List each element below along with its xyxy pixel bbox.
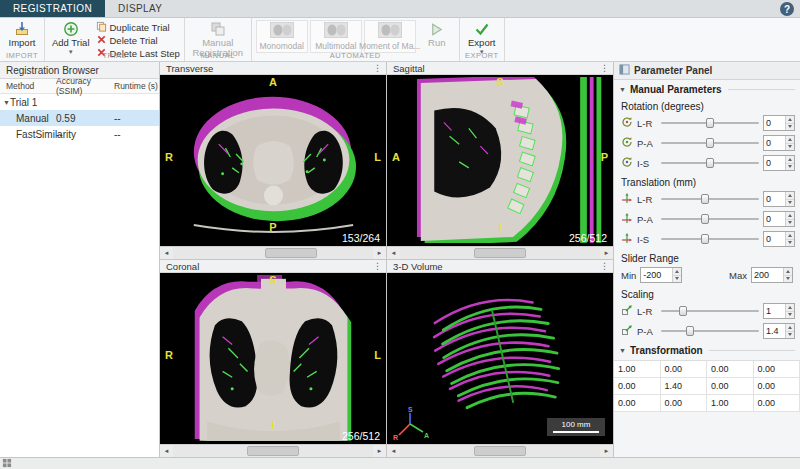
- rotation-is-spinbox[interactable]: [763, 155, 795, 171]
- spin-down-icon[interactable]: [786, 199, 794, 207]
- tab-display[interactable]: DISPLAY: [105, 0, 175, 17]
- sagittal-slice-scrollbar[interactable]: ◄ ►: [387, 246, 613, 259]
- manual-parameters-section[interactable]: ▼ Manual Parameters: [614, 80, 800, 97]
- spinner-arrows[interactable]: [785, 116, 794, 130]
- multimodal-button[interactable]: Multimodal: [310, 20, 362, 53]
- spin-down-icon[interactable]: [786, 163, 794, 171]
- browser-row-manual[interactable]: Manual 0.59 --: [0, 110, 159, 126]
- duplicate-trial-button[interactable]: Duplicate Trial: [96, 21, 180, 33]
- layout-grid-icon[interactable]: [2, 458, 12, 469]
- volume-scrollbar[interactable]: ◄ ►: [387, 444, 613, 457]
- chevron-down-icon[interactable]: ▼: [619, 347, 626, 354]
- spinner-arrows[interactable]: [783, 268, 792, 282]
- scroll-right-icon[interactable]: ►: [600, 445, 613, 457]
- scroll-right-icon[interactable]: ►: [373, 445, 386, 457]
- slider-thumb[interactable]: [706, 138, 714, 148]
- spinner-arrows[interactable]: [785, 304, 794, 318]
- monomodal-button[interactable]: Monomodal: [256, 20, 308, 53]
- transverse-image[interactable]: A R L P 153/264: [160, 75, 386, 246]
- spin-down-icon[interactable]: [786, 143, 794, 151]
- spin-down-icon[interactable]: [673, 275, 681, 283]
- sagittal-header[interactable]: Sagittal ⋮: [387, 62, 613, 75]
- scrollbar-thumb[interactable]: [474, 248, 526, 258]
- scroll-left-icon[interactable]: ◄: [160, 445, 173, 457]
- scrollbar-thumb[interactable]: [265, 248, 317, 258]
- translation-lr-spinbox[interactable]: [763, 191, 795, 207]
- chevron-down-icon[interactable]: ▼: [619, 86, 626, 93]
- scroll-right-icon[interactable]: ►: [373, 247, 386, 259]
- slider-thumb[interactable]: [706, 158, 714, 168]
- import-button[interactable]: Import: [4, 20, 40, 49]
- scaling-pa-value[interactable]: [764, 324, 785, 338]
- translation-is-slider[interactable]: [661, 233, 759, 245]
- browser-row-fastsimilarity[interactable]: FastSimilarity -- --: [0, 126, 159, 142]
- translation-pa-slider[interactable]: [661, 213, 759, 225]
- translation-is-value[interactable]: [764, 232, 785, 246]
- spinner-arrows[interactable]: [785, 192, 794, 206]
- slider-thumb[interactable]: [679, 306, 687, 316]
- scaling-pa-slider[interactable]: [661, 325, 759, 337]
- rotation-is-value[interactable]: [764, 156, 785, 170]
- translation-pa-spinbox[interactable]: [763, 211, 795, 227]
- coronal-image[interactable]: S R L I 256/512: [160, 273, 386, 444]
- scaling-pa-spinbox[interactable]: [763, 323, 795, 339]
- rotation-pa-value[interactable]: [764, 136, 785, 150]
- scaling-lr-slider[interactable]: [661, 305, 759, 317]
- rotation-pa-spinbox[interactable]: [763, 135, 795, 151]
- collapse-icon[interactable]: ▼: [0, 99, 10, 106]
- slider-thumb[interactable]: [701, 194, 709, 204]
- help-button[interactable]: ?: [780, 2, 794, 16]
- scrollbar-track[interactable]: [400, 445, 600, 457]
- moment-of-mass-button[interactable]: Moment of Ma...: [364, 20, 416, 53]
- scrollbar-track[interactable]: [173, 445, 373, 457]
- slider-thumb[interactable]: [686, 326, 694, 336]
- viewport-menu-icon[interactable]: ⋮: [373, 261, 382, 271]
- scroll-left-icon[interactable]: ◄: [387, 247, 400, 259]
- transverse-slice-scrollbar[interactable]: ◄ ►: [160, 246, 386, 259]
- scroll-left-icon[interactable]: ◄: [160, 247, 173, 259]
- viewport-menu-icon[interactable]: ⋮: [373, 63, 382, 73]
- spinner-arrows[interactable]: [785, 232, 794, 246]
- slider-thumb[interactable]: [701, 214, 709, 224]
- scrollbar-thumb[interactable]: [474, 446, 526, 456]
- spinner-arrows[interactable]: [672, 268, 681, 282]
- scrollbar-thumb[interactable]: [247, 446, 299, 456]
- translation-lr-slider[interactable]: [661, 193, 759, 205]
- spin-down-icon[interactable]: [786, 311, 794, 319]
- scrollbar-track[interactable]: [400, 247, 600, 259]
- sagittal-image[interactable]: S A P I 256/512: [387, 75, 613, 246]
- rotation-is-slider[interactable]: [661, 157, 759, 169]
- spin-down-icon[interactable]: [784, 275, 792, 283]
- scaling-lr-spinbox[interactable]: [763, 303, 795, 319]
- rotation-lr-value[interactable]: [764, 116, 785, 130]
- max-spinbox[interactable]: [751, 267, 793, 283]
- rotation-pa-slider[interactable]: [661, 137, 759, 149]
- spin-down-icon[interactable]: [786, 331, 794, 339]
- spin-down-icon[interactable]: [786, 239, 794, 247]
- spin-down-icon[interactable]: [786, 123, 794, 131]
- scroll-left-icon[interactable]: ◄: [387, 445, 400, 457]
- spin-down-icon[interactable]: [786, 219, 794, 227]
- volume-image[interactable]: S R A 100 mm: [387, 273, 613, 444]
- volume-header[interactable]: 3-D Volume ⋮: [387, 260, 613, 273]
- scroll-right-icon[interactable]: ►: [600, 247, 613, 259]
- spinner-arrows[interactable]: [785, 212, 794, 226]
- scrollbar-track[interactable]: [173, 247, 373, 259]
- min-value[interactable]: [641, 268, 672, 282]
- tab-registration[interactable]: REGISTRATION: [0, 0, 105, 17]
- slider-thumb[interactable]: [701, 234, 709, 244]
- translation-is-spinbox[interactable]: [763, 231, 795, 247]
- rotation-lr-spinbox[interactable]: [763, 115, 795, 131]
- viewport-menu-icon[interactable]: ⋮: [600, 261, 609, 271]
- slider-thumb[interactable]: [706, 118, 714, 128]
- delete-trial-button[interactable]: Delete Trial: [96, 34, 180, 46]
- spinner-arrows[interactable]: [785, 324, 794, 338]
- max-value[interactable]: [752, 268, 783, 282]
- translation-lr-value[interactable]: [764, 192, 785, 206]
- coronal-slice-scrollbar[interactable]: ◄ ►: [160, 444, 386, 457]
- translation-pa-value[interactable]: [764, 212, 785, 226]
- scaling-lr-value[interactable]: [764, 304, 785, 318]
- coronal-header[interactable]: Coronal ⋮: [160, 260, 386, 273]
- min-spinbox[interactable]: [640, 267, 682, 283]
- transverse-header[interactable]: Transverse ⋮: [160, 62, 386, 75]
